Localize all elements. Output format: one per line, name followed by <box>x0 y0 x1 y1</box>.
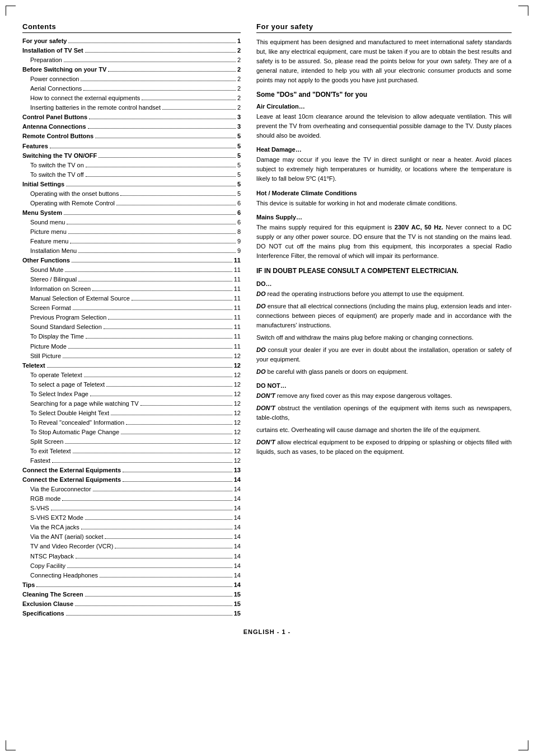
toc-item-label: To Select Double Height Text <box>30 408 109 418</box>
toc-page-num: 15 <box>234 590 241 599</box>
toc-page-num: 15 <box>234 609 241 618</box>
toc-item: Picture menu8 <box>22 227 241 237</box>
toc-item-label: Exclusion Clause <box>22 599 73 609</box>
toc-item-label: Inserting batteries in the remote contro… <box>30 103 161 112</box>
toc-item: Aerial Connections2 <box>22 84 241 93</box>
toc-page-num: 2 <box>237 46 241 55</box>
toc-dots <box>86 176 236 177</box>
toc-dots <box>86 338 232 339</box>
toc-item-label: Operating with Remote Control <box>30 199 115 208</box>
toc-page-num: 12 <box>234 437 241 447</box>
toc-item-label: Installation of TV Set <box>22 46 83 55</box>
toc-item-label: Fastext <box>30 456 50 466</box>
toc-dots <box>50 148 236 148</box>
toc-item-label: Via the ANT (aerial) socket <box>30 532 103 542</box>
safety-column: For your safety This equipment has been … <box>256 22 512 618</box>
toc-item-label: Searching for a page while watching TV <box>30 399 139 408</box>
toc-page-num: 12 <box>234 361 241 370</box>
toc-item-label: Picture Mode <box>30 342 67 351</box>
toc-dots <box>123 481 232 482</box>
mains-warning: IF IN DOUBT PLEASE CONSULT A COMPETENT E… <box>256 266 512 276</box>
donot-items: DON'T remove any fixed cover as this may… <box>256 391 512 457</box>
toc-dots <box>81 81 235 81</box>
toc-item-label: To Stop Automatic Page Change <box>30 428 119 437</box>
toc-item: Teletext12 <box>22 361 241 370</box>
toc-item-label: Tips <box>22 580 35 590</box>
toc-page-num: 12 <box>234 428 241 437</box>
toc-page-num: 14 <box>234 571 241 580</box>
toc-item-label: Remote Control Buttons <box>22 132 93 141</box>
toc-item-label: Feature menu <box>30 237 68 246</box>
toc-page-num: 14 <box>234 552 241 561</box>
toc-item-label: Connect the External Equipments <box>22 466 121 475</box>
toc-page-num: 9 <box>237 237 241 246</box>
toc-item-label: Copy Facility <box>30 561 65 571</box>
toc-item-label: Connecting Headphones <box>30 571 98 580</box>
toc-item: To exit Teletext12 <box>22 447 241 456</box>
toc-item: Feature menu9 <box>22 237 241 246</box>
toc-item: Stereo / Bilingual11 <box>22 275 241 284</box>
toc-item: Sound menu6 <box>22 218 241 227</box>
toc-dots <box>81 529 232 529</box>
toc-item: NTSC Playback14 <box>22 552 241 561</box>
toc-page-num: 11 <box>234 275 241 284</box>
toc-page-num: 12 <box>234 408 241 418</box>
toc-page-num: 6 <box>237 218 241 227</box>
toc-page-num: 14 <box>234 523 241 532</box>
toc-dots <box>68 43 235 43</box>
toc-dots <box>73 453 232 453</box>
toc-dots <box>67 224 235 224</box>
toc-page-num: 12 <box>234 380 241 389</box>
toc-item: Features5 <box>22 142 241 151</box>
toc-item: Preparation2 <box>22 55 241 65</box>
toc-page-num: 11 <box>234 342 241 351</box>
toc-item-label: Other Functions <box>22 256 70 265</box>
toc-dots <box>106 386 232 387</box>
toc-item: Screen Format11 <box>22 303 241 313</box>
toc-item-label: Power connection <box>30 74 79 84</box>
toc-item: Cleaning The Screen15 <box>22 590 241 599</box>
toc-list: For your safety1Installation of TV Set2P… <box>22 36 241 618</box>
toc-item-label: S-VHS EXT2 Mode <box>30 513 83 523</box>
toc-dots <box>86 167 236 167</box>
corner-mark-bl <box>6 740 16 750</box>
toc-page-num: 11 <box>234 284 241 294</box>
toc-page-num: 5 <box>237 142 241 151</box>
toc-dots <box>84 377 232 377</box>
toc-page-num: 12 <box>234 399 241 408</box>
toc-item-label: Information on Screen <box>30 284 91 294</box>
toc-page-num: 2 <box>237 55 241 65</box>
toc-page-num: 5 <box>237 132 241 141</box>
air-circ-title: Air Circulation… <box>256 103 512 110</box>
toc-item: To Display the Time11 <box>22 332 241 341</box>
toc-dots <box>120 195 235 196</box>
toc-item-label: Before Switching on your TV <box>22 65 106 74</box>
toc-item: Fastext12 <box>22 456 241 466</box>
toc-item: How to connect the external equipments2 <box>22 93 241 103</box>
toc-page-num: 2 <box>237 93 241 103</box>
toc-item-label: For your safety <box>22 36 67 46</box>
toc-dots <box>52 462 232 463</box>
mains-title: Mains Supply… <box>256 214 512 220</box>
toc-item: To Stop Automatic Page Change12 <box>22 428 241 437</box>
toc-page-num: 13 <box>234 466 241 475</box>
toc-item-label: Sound Standard Selection <box>30 322 102 332</box>
toc-dots <box>78 252 236 253</box>
toc-item: Operating with the onset buttons5 <box>22 189 241 199</box>
toc-item: Sound Mute11 <box>22 265 241 275</box>
toc-item: S-VHS14 <box>22 504 241 513</box>
toc-item-label: Control Panel Buttons <box>22 112 87 122</box>
toc-item: To switch the TV on5 <box>22 161 241 170</box>
toc-item-label: NTSC Playback <box>30 552 74 561</box>
toc-page-num: 12 <box>234 351 241 361</box>
climate-title: Hot / Moderate Climate Conditions <box>256 190 512 196</box>
toc-page-num: 5 <box>237 180 241 189</box>
toc-dots <box>64 214 236 215</box>
toc-dots <box>85 519 232 520</box>
toc-item: Power connection2 <box>22 74 241 84</box>
page-footer: ENGLISH - 1 - <box>22 628 512 635</box>
toc-item: Specifications15 <box>22 609 241 618</box>
toc-page-num: 12 <box>234 389 241 399</box>
toc-item: To Select Index Page12 <box>22 389 241 399</box>
heat-damage-title: Heat Damage… <box>256 146 512 153</box>
